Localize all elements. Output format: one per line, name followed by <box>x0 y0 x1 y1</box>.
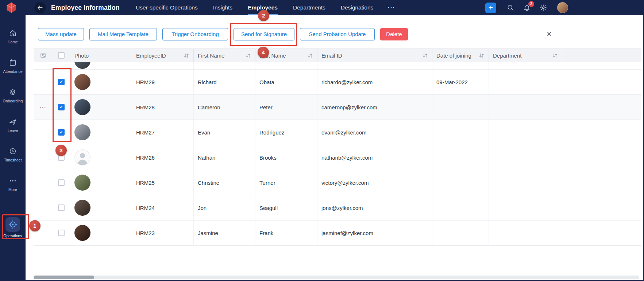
column-header-first-name[interactable]: First Name <box>194 49 255 62</box>
table-row[interactable]: ⋯ HRM29 Richard Obata richardo@zylker.co… <box>34 70 641 95</box>
last-name-cell: Turner <box>255 170 317 195</box>
nav-employees[interactable]: Employees <box>248 0 278 15</box>
department-cell <box>489 195 562 220</box>
row-checkbox[interactable] <box>58 230 65 236</box>
sidebar-item-label: Timesheet <box>0 158 26 162</box>
close-icon[interactable]: × <box>544 29 554 39</box>
row-checkbox[interactable] <box>58 79 65 85</box>
add-button[interactable]: + <box>485 3 496 13</box>
table-row[interactable]: ⋯ HRM23 Jasmine Frank jasminef@zylker.co… <box>34 220 641 246</box>
email-cell: jasminef@zylker.com <box>317 220 432 245</box>
photo-cell <box>70 70 132 94</box>
employee-photo <box>74 124 90 140</box>
sidebar-item-operations[interactable]: Operations <box>0 217 26 238</box>
search-icon[interactable] <box>507 4 514 13</box>
row-checkbox[interactable] <box>58 104 65 110</box>
row-actions-icon[interactable]: ⋯ <box>40 104 46 111</box>
select-all-checkbox[interactable] <box>58 52 65 59</box>
send-probation-update-button[interactable]: Send Probation Update <box>300 28 375 40</box>
mass-update-button[interactable]: Mass update <box>38 28 84 40</box>
email-cell: evanr@zylker.com <box>317 120 432 145</box>
sort-icon[interactable] <box>552 53 558 58</box>
nav-insights[interactable]: Insights <box>213 0 232 15</box>
send-for-signature-button[interactable]: Send for Signature <box>234 28 294 40</box>
nav-user-specific-operations[interactable]: User-specific Operations <box>136 0 198 15</box>
email-cell: cameronp@zylker.com <box>317 95 432 120</box>
employee-photo <box>74 74 90 90</box>
row-checkbox[interactable] <box>58 154 65 161</box>
row-gutter-cell: ⋯ <box>34 220 52 245</box>
row-checkbox[interactable] <box>58 129 65 136</box>
sort-icon[interactable] <box>308 53 313 58</box>
onboarding-icon <box>9 88 17 96</box>
email-cell: jons@zylker.com <box>317 195 432 220</box>
table-row[interactable]: ⋯ HRM24 Jon Seagull jons@zylker.com <box>34 195 641 220</box>
scrollbar-thumb[interactable] <box>34 276 94 279</box>
sort-icon[interactable] <box>479 53 484 58</box>
sidebar-item-leave[interactable]: Leave <box>0 118 26 133</box>
table-row[interactable]: ⋯ HRM25 Christine Turner victory@zylker.… <box>34 170 641 195</box>
sidebar-item-label: Operations <box>0 234 26 238</box>
row-checkbox-cell[interactable] <box>52 120 70 145</box>
sort-icon[interactable] <box>246 53 251 58</box>
attendance-icon <box>9 59 17 67</box>
table-body: ⋯ HRM29 Richard Obata richardo@zylker.co… <box>34 62 641 246</box>
first-name-cell: Jasmine <box>194 220 255 245</box>
row-checkbox[interactable] <box>58 179 65 186</box>
row-checkbox-cell[interactable] <box>52 70 70 94</box>
column-header-options[interactable] <box>34 49 52 62</box>
column-header-select-all[interactable] <box>52 49 70 62</box>
row-checkbox-cell[interactable] <box>52 145 70 170</box>
mail-merge-template-button[interactable]: Mail Merge Template <box>89 28 157 40</box>
row-checkbox-cell[interactable] <box>52 95 70 120</box>
employee-id-cell: HRM25 <box>132 170 194 195</box>
settings-gear-icon[interactable] <box>540 4 547 13</box>
nav-designations[interactable]: Designations <box>341 0 374 15</box>
column-header-email[interactable]: Email ID <box>317 49 432 62</box>
table-row[interactable]: ⋯ HRM27 Evan Rodriguez evanr@zylker.com <box>34 120 641 145</box>
app-window: Employee Information User-specific Opera… <box>0 0 644 281</box>
row-checkbox[interactable] <box>58 204 65 211</box>
home-icon <box>9 29 17 37</box>
horizontal-scrollbar[interactable] <box>34 276 639 279</box>
column-header-date-of-joining[interactable]: Date of joining <box>432 49 489 62</box>
sidebar-item-attendance[interactable]: Attendance <box>0 59 26 74</box>
column-header-last-name[interactable]: Last Name <box>255 49 317 62</box>
department-cell <box>489 220 562 245</box>
sidebar-item-onboarding[interactable]: Onboarding <box>0 88 26 103</box>
filler-cell <box>562 220 641 245</box>
photo-cell <box>70 95 132 120</box>
first-name-cell: Richard <box>194 70 255 94</box>
table-row[interactable]: ⋯ HRM26 Nathan Brooks nathanb@zylker.com <box>34 145 641 170</box>
column-header-employeeid[interactable]: EmployeeID <box>132 49 194 62</box>
sidebar-item-home[interactable]: Home <box>0 29 26 44</box>
nav-departments[interactable]: Departments <box>293 0 325 15</box>
row-checkbox-cell[interactable] <box>52 195 70 220</box>
operations-target-icon <box>8 220 17 229</box>
department-cell <box>489 145 562 170</box>
arrow-left-icon <box>36 4 44 11</box>
back-button[interactable] <box>34 2 46 13</box>
employee-id-cell: HRM23 <box>132 220 194 245</box>
sidebar-item-timesheet[interactable]: Timesheet <box>0 147 26 162</box>
date-of-joining-cell <box>432 220 489 245</box>
sidebar-item-more[interactable]: More <box>0 177 26 192</box>
column-header-department[interactable]: Department <box>489 49 562 62</box>
user-avatar[interactable] <box>557 2 568 13</box>
timesheet-icon <box>9 147 17 155</box>
delete-button[interactable]: Delete <box>380 28 408 40</box>
nav-more-icon[interactable]: ⋯ <box>387 0 395 15</box>
employee-id-cell: HRM24 <box>132 195 194 220</box>
row-gutter-cell: ⋯ <box>34 145 52 170</box>
date-of-joining-cell <box>432 120 489 145</box>
column-header-filler <box>562 49 641 62</box>
sort-icon[interactable] <box>184 53 189 58</box>
row-checkbox-cell[interactable] <box>52 220 70 245</box>
sort-icon[interactable] <box>423 53 428 58</box>
row-checkbox-cell[interactable] <box>52 170 70 195</box>
topbar: Employee Information User-specific Opera… <box>0 0 644 15</box>
table-row[interactable]: ⋯ HRM28 Cameron Peter cameronp@zylker.co… <box>34 95 641 120</box>
employee-photo <box>74 225 90 241</box>
trigger-onboarding-button[interactable]: Trigger Onboarding <box>162 28 228 40</box>
last-name-cell: Brooks <box>255 145 317 170</box>
